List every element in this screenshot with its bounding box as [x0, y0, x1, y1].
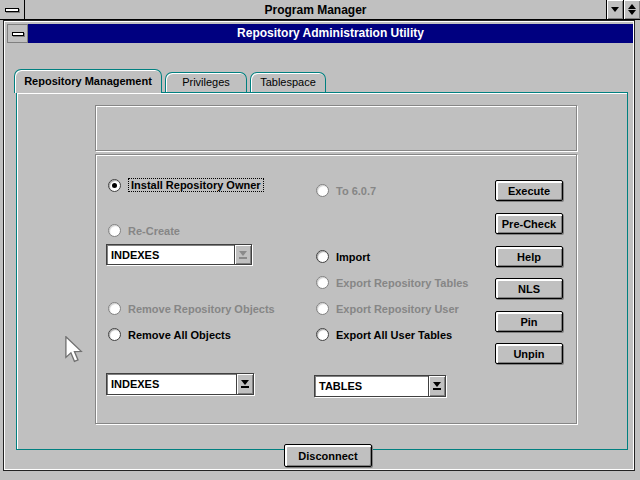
radio-row-remove-all-objects[interactable]: Remove All Objects — [108, 328, 231, 341]
table-tablespace-combobox[interactable]: TABLES — [314, 375, 446, 397]
control-menu-icon — [12, 32, 24, 36]
radio-export-repository-tables — [316, 276, 329, 289]
radio-row-export-repository-tables: Export Repository Tables — [316, 276, 468, 289]
radio-remove-repository-objects — [108, 302, 121, 315]
app-control-menu-button[interactable] — [7, 24, 28, 43]
table-tablespace-combobox-value: TABLES — [315, 380, 428, 392]
radio-label-export-repository-user: Export Repository User — [336, 303, 459, 315]
dropdown-arrow-icon — [241, 380, 249, 385]
program-manager-titlebar: Program Manager — [0, 0, 640, 20]
radio-label-recreate: Re-Create — [128, 225, 180, 237]
radio-row-remove-repository-objects: Remove Repository Objects — [108, 302, 275, 315]
radio-import[interactable] — [316, 250, 329, 263]
radio-export-all-user-tables[interactable] — [316, 328, 329, 341]
radio-export-repository-user — [316, 302, 329, 315]
disconnect-button[interactable]: Disconnect — [284, 444, 372, 467]
create-tablespace-combobox-value: INDEXES — [107, 249, 234, 261]
radio-label-remove-repository-objects: Remove Repository Objects — [128, 303, 275, 315]
table-tablespace-combobox-dropdown-button[interactable] — [428, 376, 445, 396]
radio-label-export-all-user-tables[interactable]: Export All User Tables — [336, 329, 452, 341]
minimize-icon — [611, 7, 619, 12]
execute-button[interactable]: Execute — [495, 180, 563, 201]
dropdown-arrow-icon — [239, 251, 247, 256]
tab-privileges[interactable]: Privileges — [165, 72, 247, 92]
tab-tablespace[interactable]: Tablespace — [250, 72, 326, 92]
window-title: Repository Administration Utility — [28, 24, 633, 43]
radio-row-import[interactable]: Import — [316, 250, 370, 263]
radio-label-export-repository-tables: Export Repository Tables — [336, 277, 468, 289]
nls-button[interactable]: NLS — [495, 278, 563, 299]
radio-label-to-607: To 6.0.7 — [336, 185, 376, 197]
pm-minimize-button[interactable] — [606, 0, 623, 19]
dropdown-arrow-icon — [433, 382, 441, 387]
pm-control-menu-button[interactable] — [0, 0, 25, 19]
dropdown-arrow-bar-icon — [433, 388, 441, 390]
repository-admin-window: Repository Administration Utility Reposi… — [3, 20, 635, 471]
dropdown-arrow-bar-icon — [239, 257, 247, 259]
radio-row-export-repository-user: Export Repository User — [316, 302, 459, 315]
index-tablespace-combobox[interactable]: INDEXES — [106, 373, 254, 395]
dropdown-arrow-bar-icon — [241, 386, 249, 388]
pm-restore-button[interactable] — [623, 0, 640, 19]
app-titlebar: Repository Administration Utility — [7, 24, 633, 43]
radio-install-repository-owner[interactable] — [108, 179, 121, 192]
radio-label-install-repository-owner[interactable]: Install Repository Owner — [128, 178, 264, 192]
index-tablespace-combobox-value: INDEXES — [107, 378, 236, 390]
create-tablespace-combobox: INDEXES — [106, 244, 252, 265]
tab-repository-management[interactable]: Repository Management — [14, 69, 162, 93]
radio-label-remove-all-objects[interactable]: Remove All Objects — [128, 329, 231, 341]
pin-button[interactable]: Pin — [495, 311, 563, 332]
pm-title: Program Manager — [25, 3, 606, 17]
radio-row-recreate: Re-Create — [108, 224, 180, 237]
unpin-button[interactable]: Unpin — [495, 343, 563, 364]
session-info-panel — [95, 105, 577, 151]
radio-row-to-607: To 6.0.7 — [316, 184, 376, 197]
restore-up-icon — [628, 4, 636, 9]
radio-to-607 — [316, 184, 329, 197]
control-menu-icon — [5, 8, 19, 12]
help-button[interactable]: Help — [495, 246, 563, 267]
radio-row-install-repository-owner[interactable]: Install Repository Owner — [108, 178, 264, 192]
radio-remove-all-objects[interactable] — [108, 328, 121, 341]
create-tablespace-combobox-dropdown-button — [234, 245, 251, 264]
radio-row-export-all-user-tables[interactable]: Export All User Tables — [316, 328, 452, 341]
pre-check-button[interactable]: Pre-Check — [495, 213, 563, 234]
radio-label-import[interactable]: Import — [336, 251, 370, 263]
restore-down-icon — [628, 10, 636, 15]
radio-recreate — [108, 224, 121, 237]
index-tablespace-combobox-dropdown-button[interactable] — [236, 374, 253, 394]
